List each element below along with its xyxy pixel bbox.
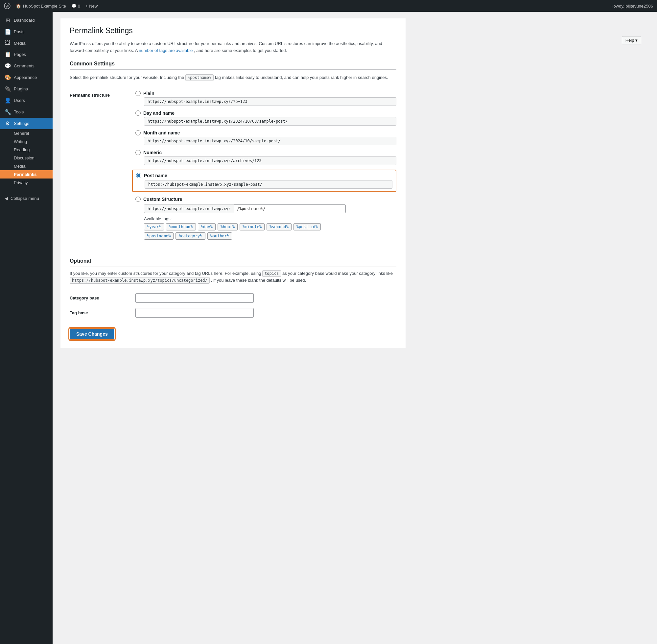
option-post-name-label[interactable]: Post name [136,173,393,178]
radio-post-name[interactable] [136,173,141,178]
pages-icon: 📋 [5,51,10,58]
tag-postname[interactable]: %postname% [144,232,173,240]
radio-month-name[interactable] [135,130,141,135]
option-custom: Custom Structure https://hubspot-example… [135,197,396,240]
tag-day[interactable]: %day% [198,223,216,230]
option-plain: Plain https://hubspot-example.instawp.xy… [135,91,396,106]
tags-link[interactable]: number of tags are available [139,48,193,53]
submenu-item-privacy[interactable]: Privacy [0,179,53,187]
sidebar-item-comments[interactable]: 💬 Comments [0,60,53,72]
help-button[interactable]: Help ▾ [622,36,641,44]
settings-icon: ⚙ [5,120,10,127]
custom-base-url: https://hubspot-example.instawp.xyz [144,205,234,213]
submenu-item-general[interactable]: General [0,129,53,137]
site-name[interactable]: 🏠 HubSpot Example Site [16,4,66,8]
optional-desc: If you like, you may enter custom struct… [70,270,396,284]
appearance-icon: 🎨 [5,74,10,80]
collapse-icon: ◀ [5,196,8,201]
category-base-label: Category base [70,291,135,305]
new-content-btn[interactable]: + New [86,4,98,8]
option-day-name: Day and name https://hubspot-example.ins… [135,111,396,125]
option-month-name-label[interactable]: Month and name [135,130,396,135]
available-tags-label: Available tags: [144,216,396,221]
custom-structure-input[interactable] [234,205,346,213]
option-custom-label[interactable]: Custom Structure [135,197,396,202]
option-post-name: Post name https://hubspot-example.instaw… [132,170,396,192]
tag-second[interactable]: %second% [266,223,291,230]
intro-text: WordPress offers you the ability to crea… [70,41,396,54]
radio-custom[interactable] [135,197,141,202]
admin-bar: W 🏠 HubSpot Example Site 💬 0 + New Howdy… [0,0,657,12]
sidebar-item-plugins[interactable]: 🔌 Plugins [0,83,53,95]
optional-table: Category base Tag base [70,291,396,320]
adminbar-user: Howdy, pijitevune2506 [610,4,653,8]
svg-text:W: W [5,4,9,8]
sidebar-item-tools[interactable]: 🔧 Tools [0,106,53,118]
users-icon: 👤 [5,97,10,104]
permalink-structure-label: Permalink structure [70,88,135,248]
category-base-input[interactable] [135,293,254,303]
submenu-item-media[interactable]: Media [0,162,53,170]
option-numeric: Numeric https://hubspot-example.instawp.… [135,150,396,165]
custom-structure-row: https://hubspot-example.instawp.xyz [144,205,396,213]
dashboard-icon: ⊞ [5,17,10,23]
collapse-menu-btn[interactable]: ◀ Collapse menu [0,193,53,204]
sidebar-item-appearance[interactable]: 🎨 Appearance [0,72,53,83]
comments-icon: 💬 [71,4,76,8]
tag-base-label: Tag base [70,305,135,320]
main-content: Help ▾ Permalink Settings WordPress offe… [53,12,657,644]
wp-logo[interactable]: W [4,3,10,9]
sidebar-item-posts[interactable]: 📄 Posts [0,26,53,38]
tag-author[interactable]: %author% [207,232,232,240]
settings-submenu: General Writing Reading Discussion Media… [0,129,53,187]
common-settings-desc: Select the permalink structure for your … [70,74,396,81]
submenu-item-discussion[interactable]: Discussion [0,154,53,162]
sidebar-item-media[interactable]: 🖼 Media [0,38,53,49]
radio-numeric[interactable] [135,150,141,155]
sidebar-item-users[interactable]: 👤 Users [0,95,53,106]
postname-tag: %postname% [185,74,214,81]
option-month-name: Month and name https://hubspot-example.i… [135,130,396,145]
option-day-name-label[interactable]: Day and name [135,111,396,116]
tags-row: %year% %monthnum% %day% %hour% %minute% … [144,223,396,230]
optional-section: Optional If you like, you may enter cust… [70,258,396,340]
tag-monthnum[interactable]: %monthnum% [166,223,195,230]
option-plain-label[interactable]: Plain [135,91,396,96]
url-plain: https://hubspot-example.instawp.xyz/?p=1… [144,97,396,106]
optional-title: Optional [70,258,396,267]
submenu-item-reading[interactable]: Reading [0,146,53,154]
option-numeric-label[interactable]: Numeric [135,150,396,155]
example-url-code: https://hubspot-example.instawp.xyz/topi… [70,277,210,284]
tools-icon: 🔧 [5,109,10,115]
plugins-icon: 🔌 [5,86,10,92]
sidebar-item-pages[interactable]: 📋 Pages [0,49,53,60]
sidebar-item-settings[interactable]: ⚙ Settings [0,118,53,129]
page-title: Permalink Settings [70,26,396,35]
submenu-item-writing[interactable]: Writing [0,137,53,146]
submit-section: Save Changes [70,328,396,340]
home-icon: 🏠 [16,4,21,8]
tag-hour[interactable]: %hour% [217,223,238,230]
tag-year[interactable]: %year% [144,223,164,230]
radio-plain[interactable] [135,91,141,96]
topics-code: topics [262,270,281,277]
sidebar: ⊞ Dashboard 📄 Posts 🖼 Media 📋 Pages 💬 Co… [0,12,53,644]
permalink-form-table: Permalink structure Plain https://hubspo… [70,88,396,248]
save-changes-button[interactable]: Save Changes [70,328,114,340]
settings-wrap: Permalink Settings WordPress offers you … [61,18,405,348]
url-post-name: https://hubspot-example.instawp.xyz/samp… [145,180,393,189]
radio-day-name[interactable] [135,111,141,116]
comments-sidebar-icon: 💬 [5,63,10,69]
url-numeric: https://hubspot-example.instawp.xyz/arch… [144,157,396,165]
url-day-name: https://hubspot-example.instawp.xyz/2024… [144,117,396,125]
media-icon: 🖼 [5,40,10,46]
tags-row-2: %postname% %category% %author% [144,232,396,240]
tag-minute[interactable]: %minute% [240,223,264,230]
tag-base-input[interactable] [135,308,254,318]
posts-icon: 📄 [5,29,10,35]
submenu-item-permalinks[interactable]: Permalinks [0,170,53,179]
comments-btn[interactable]: 💬 0 [71,4,80,8]
sidebar-item-dashboard[interactable]: ⊞ Dashboard [0,15,53,26]
tag-post-id[interactable]: %post_id% [294,223,321,230]
tag-category[interactable]: %category% [175,232,205,240]
